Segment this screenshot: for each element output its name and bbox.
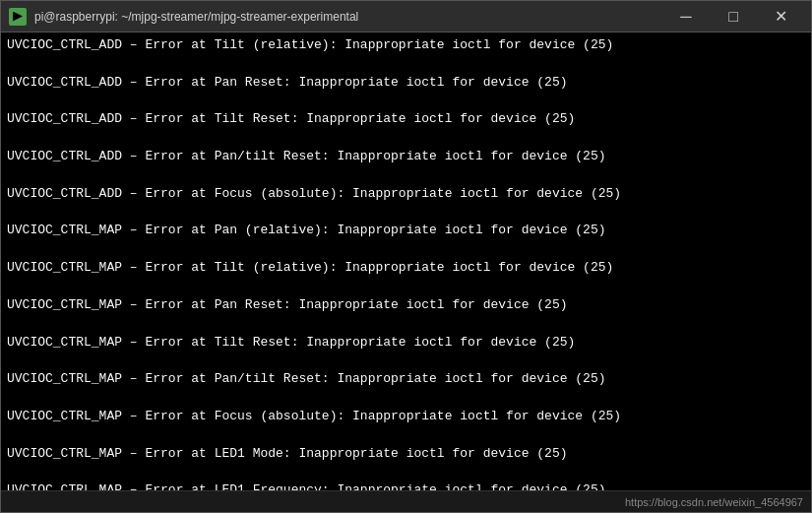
terminal-line: UVCIOC_CTRL_MAP – Error at Tilt (relativ… [7, 259, 805, 278]
terminal-line: UVCIOC_CTRL_MAP – Error at LED1 Frequenc… [7, 481, 805, 490]
status-bar: https://blog.csdn.net/weixin_4564967 [1, 490, 811, 512]
terminal-line: UVCIOC_CTRL_MAP – Error at Pan Reset: In… [7, 296, 805, 315]
terminal-line: UVCIOC_CTRL_MAP – Error at Focus (absolu… [7, 408, 805, 426]
close-button[interactable]: ✕ [758, 1, 803, 32]
terminal-line: UVCIOC_CTRL_MAP – Error at LED1 Mode: In… [7, 445, 805, 464]
terminal-icon [9, 8, 27, 26]
status-url: https://blog.csdn.net/weixin_4564967 [625, 496, 803, 508]
terminal-line: UVCIOC_CTRL_ADD – Error at Focus (absolu… [7, 185, 805, 204]
terminal-body[interactable]: UVCIOC_CTRL_ADD – Error at Tilt (relativ… [1, 32, 811, 490]
terminal-line: UVCIOC_CTRL_MAP – Error at Tilt Reset: I… [7, 334, 805, 353]
terminal-line: UVCIOC_CTRL_ADD – Error at Pan/tilt Rese… [7, 148, 805, 166]
maximize-button[interactable]: □ [711, 1, 756, 32]
window-controls: ─ □ ✕ [663, 1, 803, 32]
terminal-line: UVCIOC_CTRL_ADD – Error at Tilt Reset: I… [7, 110, 805, 129]
window-title: pi@raspberrypi: ~/mjpg-streamer/mjpg-str… [34, 10, 663, 24]
terminal-icon-shape [13, 12, 23, 22]
terminal-line: UVCIOC_CTRL_MAP – Error at Pan/tilt Rese… [7, 370, 805, 389]
terminal-line: UVCIOC_CTRL_ADD – Error at Tilt (relativ… [7, 36, 805, 55]
terminal-line: UVCIOC_CTRL_MAP – Error at Pan (relative… [7, 222, 805, 240]
minimize-button[interactable]: ─ [663, 1, 709, 32]
terminal-output: UVCIOC_CTRL_ADD – Error at Tilt (relativ… [7, 36, 805, 490]
terminal-line: UVCIOC_CTRL_ADD – Error at Pan Reset: In… [7, 74, 805, 93]
title-bar: pi@raspberrypi: ~/mjpg-streamer/mjpg-str… [1, 1, 811, 32]
terminal-window: pi@raspberrypi: ~/mjpg-streamer/mjpg-str… [0, 0, 812, 513]
